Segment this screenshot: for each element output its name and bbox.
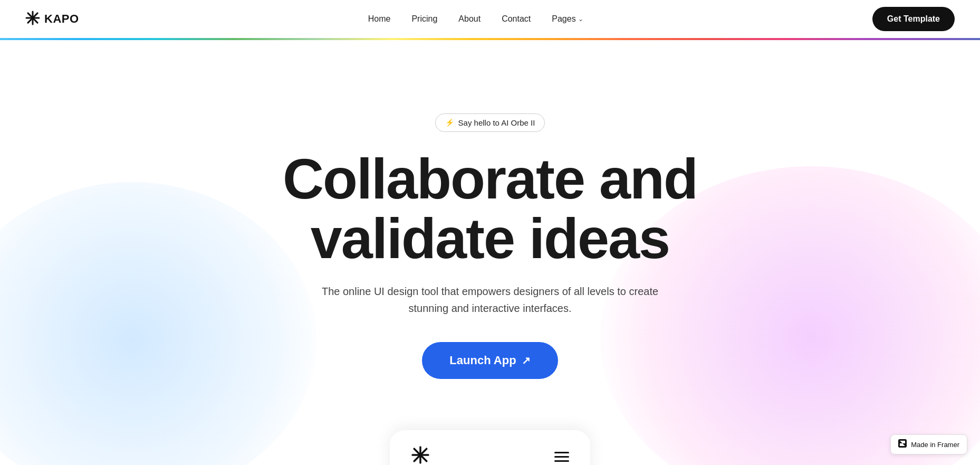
- nav-pricing[interactable]: Pricing: [411, 14, 437, 24]
- chevron-down-icon: ⌄: [578, 15, 583, 23]
- arrow-icon: ↗: [522, 354, 531, 367]
- launch-app-label: Launch App: [449, 354, 516, 367]
- lightning-icon: ⚡: [445, 118, 454, 127]
- nav-pages-dropdown[interactable]: Pages ⌄: [552, 14, 583, 24]
- framer-icon: [898, 439, 907, 450]
- bottom-card-hint: [390, 430, 590, 465]
- launch-app-button[interactable]: Launch App ↗: [422, 342, 558, 379]
- asterisk-icon: [411, 445, 430, 466]
- nav-home[interactable]: Home: [368, 14, 391, 24]
- nav-contact[interactable]: Contact: [502, 14, 531, 24]
- framer-badge-label: Made in Framer: [911, 441, 959, 449]
- hero-title: Collaborate and validate ideas: [283, 149, 697, 269]
- logo-text: KAPO: [44, 12, 79, 26]
- hero-title-line2: validate ideas: [311, 206, 669, 270]
- hero-badge[interactable]: ⚡ Say hello to AI Orbe II: [435, 113, 545, 132]
- logo-icon: [25, 11, 40, 28]
- get-template-button[interactable]: Get Template: [872, 7, 955, 31]
- nav-about[interactable]: About: [458, 14, 481, 24]
- nav-links: Home Pricing About Contact Pages ⌄: [368, 14, 583, 24]
- hero-title-line1: Collaborate and: [283, 147, 697, 211]
- badge-text: Say hello to AI Orbe II: [458, 118, 535, 127]
- hero-subtitle: The online UI design tool that empowers …: [311, 283, 669, 317]
- nav-pages-label: Pages: [552, 14, 575, 24]
- framer-badge[interactable]: Made in Framer: [890, 434, 967, 454]
- hero-section: ⚡ Say hello to AI Orbe II Collaborate an…: [0, 40, 980, 465]
- navbar: KAPO Home Pricing About Contact Pages ⌄ …: [0, 0, 980, 38]
- logo[interactable]: KAPO: [25, 11, 79, 28]
- hamburger-icon: [554, 452, 569, 462]
